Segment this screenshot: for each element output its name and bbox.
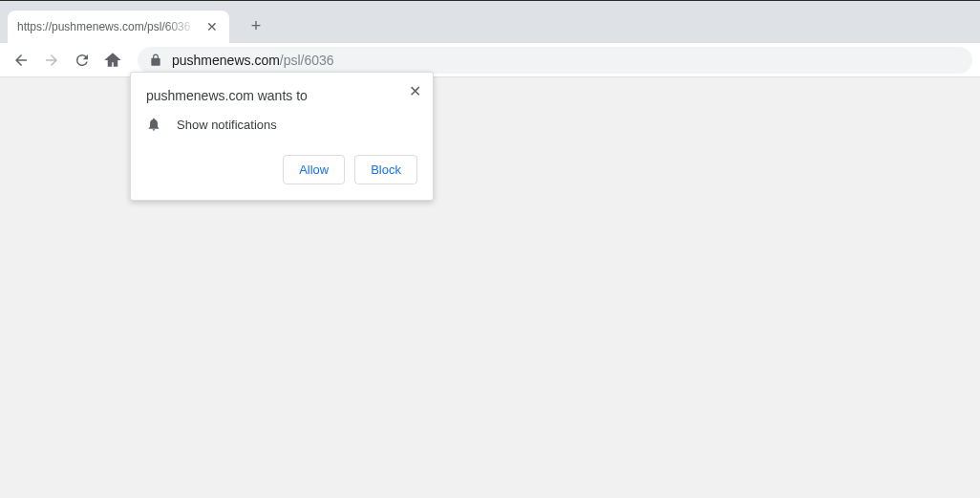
home-button[interactable] (99, 47, 126, 74)
forward-arrow-icon (43, 52, 60, 69)
block-button[interactable]: Block (354, 155, 417, 184)
url-domain: pushmenews.com (172, 53, 280, 68)
url-text: pushmenews.com/psl/6036 (172, 53, 334, 68)
bell-icon (146, 117, 161, 132)
popup-header: pushmenews.com wants to ✕ (146, 88, 417, 103)
allow-button[interactable]: Allow (283, 155, 345, 184)
permission-popup: pushmenews.com wants to ✕ Show notificat… (130, 72, 434, 201)
address-bar[interactable]: pushmenews.com/psl/6036 (138, 47, 972, 74)
tab-strip: https://pushmenews.com/psl/6036 ✕ + (0, 0, 980, 43)
forward-button[interactable] (38, 47, 65, 74)
popup-title: pushmenews.com wants to (146, 88, 308, 103)
popup-permission-label: Show notifications (177, 118, 277, 132)
close-icon[interactable]: ✕ (409, 84, 421, 99)
popup-permission-row: Show notifications (146, 117, 417, 132)
tab-title: https://pushmenews.com/psl/6036 (17, 20, 201, 33)
page-content: pushmenews.com wants to ✕ Show notificat… (0, 77, 980, 498)
new-tab-button[interactable]: + (243, 12, 269, 39)
close-tab-icon[interactable]: ✕ (204, 19, 220, 34)
lock-icon (149, 54, 162, 67)
home-icon (104, 52, 121, 69)
browser-tab[interactable]: https://pushmenews.com/psl/6036 ✕ (8, 11, 229, 43)
back-button[interactable] (8, 47, 34, 74)
popup-actions: Allow Block (146, 155, 417, 184)
reload-icon (74, 52, 91, 69)
back-arrow-icon (12, 52, 30, 69)
reload-button[interactable] (69, 47, 96, 74)
url-path: /psl/6036 (280, 53, 334, 68)
